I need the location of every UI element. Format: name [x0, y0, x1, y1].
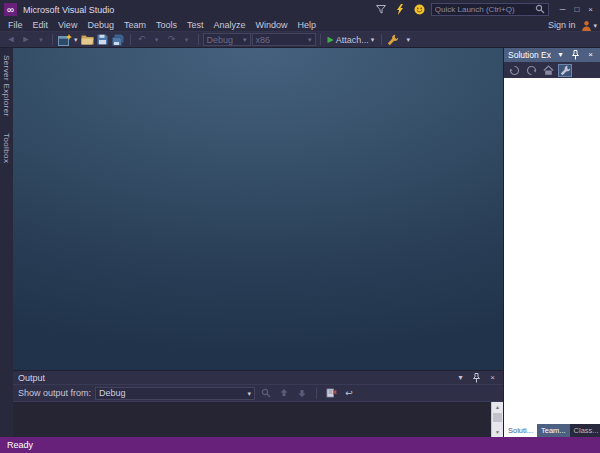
scroll-down-icon[interactable]: ▼	[492, 427, 503, 437]
quick-launch-placeholder: Quick Launch (Ctrl+Q)	[435, 5, 532, 14]
undo-chevron-down-icon[interactable]: ▾	[150, 33, 164, 47]
attach-label: Attach...	[336, 35, 369, 45]
next-message-button[interactable]	[295, 386, 309, 400]
sidebar-tab-server-explorer[interactable]: Server Explorer	[2, 55, 11, 117]
redo-button[interactable]: ↷	[165, 33, 179, 47]
navigate-back-button[interactable]: ◄	[4, 33, 18, 47]
sidebar-tab-toolbox[interactable]: Toolbox	[2, 133, 11, 163]
output-panel-header[interactable]: Output ▾ ×	[13, 371, 503, 384]
visual-studio-window: ∞ Microsoft Visual Studio Quick Launch (…	[0, 0, 600, 453]
lightning-icon[interactable]	[393, 3, 408, 17]
undo-button[interactable]: ↶	[135, 33, 149, 47]
quick-launch-input[interactable]: Quick Launch (Ctrl+Q)	[431, 3, 549, 16]
menu-test[interactable]: Test	[182, 19, 209, 31]
output-panel-title: Output	[18, 373, 450, 383]
menu-file[interactable]: File	[3, 19, 28, 31]
window-title: Microsoft Visual Studio	[23, 5, 114, 15]
se-window-position-chevron-down-icon[interactable]: ▾	[555, 50, 566, 61]
main-body: Server Explorer Toolbox Output ▾ × Show …	[0, 47, 600, 437]
new-project-chevron-down-icon: ▾	[74, 36, 78, 43]
chevron-down-icon: ▾	[243, 36, 247, 43]
chevron-down-icon: ▾	[308, 36, 312, 43]
standard-toolbar: ◄ ► ▾ ▾ ↶ ▾ ↷ ▾ Debug ▾ x86 ▾	[0, 31, 600, 47]
menu-analyze[interactable]: Analyze	[208, 19, 250, 31]
menu-debug[interactable]: Debug	[82, 19, 119, 31]
tab-team-explorer[interactable]: Team...	[537, 424, 570, 437]
menu-team[interactable]: Team	[119, 19, 151, 31]
title-bar[interactable]: ∞ Microsoft Visual Studio Quick Launch (…	[0, 0, 600, 19]
find-message-button[interactable]	[259, 386, 273, 400]
status-text: Ready	[7, 440, 33, 450]
se-pin-icon[interactable]	[570, 50, 581, 61]
output-source-value: Debug	[99, 388, 244, 398]
redo-chevron-down-icon[interactable]: ▾	[180, 33, 194, 47]
search-icon	[535, 4, 545, 16]
toolbar-separator	[320, 34, 321, 45]
output-content: ▲ ▼	[13, 401, 503, 437]
output-window-position-chevron-down-icon[interactable]: ▾	[455, 372, 466, 383]
menu-view[interactable]: View	[53, 19, 82, 31]
output-pin-icon[interactable]	[471, 372, 482, 383]
vs-logo-icon: ∞	[4, 3, 17, 16]
tab-solution-explorer[interactable]: Soluti...	[504, 424, 537, 437]
left-tab-strip: Server Explorer Toolbox	[0, 48, 13, 437]
solution-platforms-select[interactable]: x86 ▾	[252, 33, 316, 46]
save-all-button[interactable]	[111, 33, 126, 47]
user-profile-icon[interactable]	[579, 19, 593, 31]
show-output-from-select[interactable]: Debug ▾	[95, 387, 255, 400]
center-column: Output ▾ × Show output from: Debug ▾	[13, 48, 503, 437]
maximize-button[interactable]: □	[574, 6, 579, 14]
previous-message-button[interactable]	[277, 386, 291, 400]
toolbar-separator	[130, 34, 131, 45]
toolbar-options-chevron-down-icon[interactable]: ▾	[401, 33, 415, 47]
document-workspace	[13, 48, 503, 370]
scroll-up-icon[interactable]: ▲	[492, 402, 503, 412]
clear-all-button[interactable]	[324, 386, 338, 400]
tools-wrench-button[interactable]	[386, 33, 400, 47]
output-panel: Output ▾ × Show output from: Debug ▾	[13, 370, 503, 437]
output-close-icon[interactable]: ×	[487, 372, 498, 383]
tool-window-tabs: Soluti... Team... Class...	[504, 424, 600, 437]
tab-class-view[interactable]: Class...	[570, 424, 600, 437]
solution-configuration-value: Debug	[207, 35, 240, 45]
status-bar: Ready	[0, 437, 600, 453]
menu-help[interactable]: Help	[293, 19, 322, 31]
toolbar-separator	[52, 34, 53, 45]
toolbar-separator	[381, 34, 382, 45]
menu-edit[interactable]: Edit	[28, 19, 54, 31]
se-properties-wrench-icon[interactable]	[558, 64, 572, 77]
minimize-button[interactable]: ─	[560, 6, 566, 14]
se-home-icon[interactable]	[541, 64, 555, 77]
solution-explorer-header[interactable]: Solution Explorer ▾ ×	[504, 48, 600, 62]
solution-explorer-title: Solution Explorer	[508, 50, 551, 60]
open-file-button[interactable]	[80, 33, 95, 47]
se-close-icon[interactable]: ×	[585, 50, 596, 61]
solution-explorer-panel: Solution Explorer ▾ ×	[503, 48, 600, 437]
output-toolbar: Show output from: Debug ▾	[13, 384, 503, 401]
close-button[interactable]: ×	[588, 6, 593, 14]
scrollbar-thumb[interactable]	[493, 413, 502, 422]
menu-window[interactable]: Window	[251, 19, 293, 31]
se-collapse-all-icon[interactable]	[507, 64, 521, 77]
scrollbar-track[interactable]	[492, 412, 503, 427]
output-text-area[interactable]	[13, 402, 491, 437]
notifications-flag-icon[interactable]	[374, 3, 389, 17]
se-refresh-icon[interactable]	[524, 64, 538, 77]
solution-configurations-select[interactable]: Debug ▾	[203, 33, 251, 46]
nav-history-chevron-down-icon[interactable]: ▾	[34, 33, 48, 47]
new-project-button[interactable]: ▾	[57, 33, 79, 47]
profile-chevron-down-icon[interactable]: ▾	[593, 22, 597, 29]
attach-chevron-down-icon: ▾	[371, 36, 375, 43]
save-button[interactable]	[96, 33, 110, 47]
navigate-forward-button[interactable]: ►	[19, 33, 33, 47]
sign-in-link[interactable]: Sign in	[544, 20, 580, 30]
chevron-down-icon: ▾	[248, 390, 252, 397]
solution-explorer-tree[interactable]	[504, 78, 600, 424]
menu-bar: File Edit View Debug Team Tools Test Ana…	[0, 19, 600, 31]
attach-button[interactable]: ▶ Attach... ▾	[325, 33, 378, 47]
menu-tools[interactable]: Tools	[151, 19, 182, 31]
toolbar-separator	[316, 388, 317, 399]
toggle-word-wrap-button[interactable]: ↩	[342, 386, 356, 400]
output-vertical-scrollbar[interactable]: ▲ ▼	[491, 402, 503, 437]
feedback-smiley-icon[interactable]	[412, 3, 427, 17]
